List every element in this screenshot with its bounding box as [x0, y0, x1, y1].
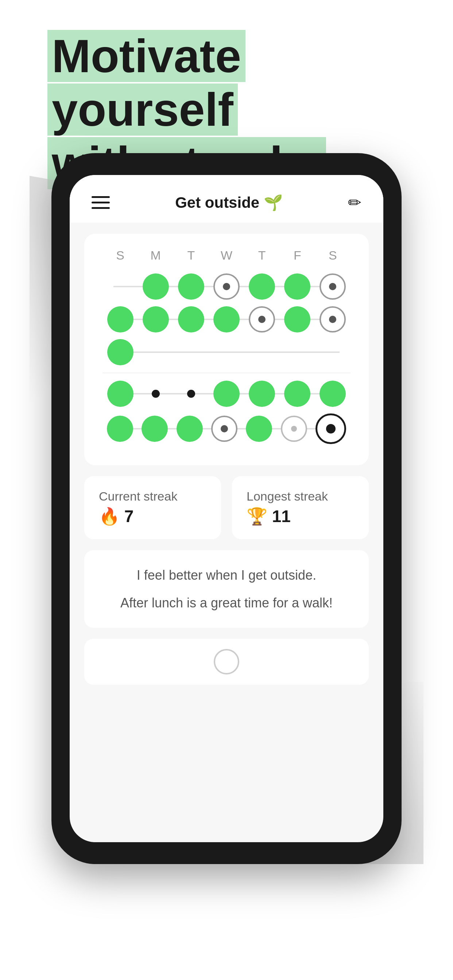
tracker-row-5 [102, 414, 351, 444]
dot-r4-f [284, 380, 310, 407]
toggle-circle[interactable] [214, 649, 239, 675]
dot-r2-s1 [107, 306, 134, 332]
dot-r3-t1 [178, 339, 204, 365]
phone-screen: Get outside 🌱 ✏ S M T W T F S [70, 175, 383, 842]
phone-device: Get outside 🌱 ✏ S M T W T F S [51, 153, 402, 864]
dot-r2-t2 [249, 306, 275, 332]
longest-streak-value: 🏆 11 [247, 506, 291, 526]
dot-r1-m [143, 274, 169, 300]
dot-r1-s2 [319, 274, 346, 300]
dot-r4-m [143, 380, 169, 407]
dot-r1-t1 [178, 274, 204, 300]
app-content: S M T W T F S [70, 223, 383, 842]
dot-r1-f [284, 274, 310, 300]
dot-r5-t2 [246, 415, 272, 442]
menu-line2 [91, 202, 110, 204]
menu-line3 [91, 207, 110, 209]
dot-r4-t2 [249, 380, 275, 407]
day-s2: S [316, 248, 349, 262]
hero-line2: yourself [48, 83, 238, 135]
dot-r5-s1 [107, 415, 133, 442]
day-t2: T [246, 248, 278, 262]
dot-r2-m [143, 306, 169, 332]
dot-r5-f [281, 415, 307, 442]
dot-r3-m [143, 339, 169, 365]
dot-r5-m [142, 415, 168, 442]
menu-button[interactable] [91, 196, 110, 209]
current-streak-card: Current streak 🔥 7 [84, 476, 221, 539]
dot-r4-s1 [107, 380, 134, 407]
dot-r4-s2 [319, 380, 346, 407]
longest-streak-label: Longest streak [247, 489, 328, 503]
dot-r3-f [284, 339, 310, 365]
current-streak-value: 🔥 7 [99, 506, 134, 526]
dot-r3-s1 [107, 339, 134, 365]
dot-r2-s2 [319, 306, 346, 332]
dot-r5-s2-current [316, 414, 346, 444]
toggle-bar[interactable] [84, 639, 369, 685]
menu-line1 [91, 196, 110, 198]
day-w: W [210, 248, 243, 262]
hero-line1: Motivate [48, 30, 246, 82]
dot-r3-s2 [319, 339, 346, 365]
dot-r1-s1 [107, 274, 134, 300]
dot-r2-w [214, 306, 239, 332]
dot-r5-w [211, 415, 238, 442]
dot-r2-f [284, 306, 310, 332]
dot-r1-t2 [249, 274, 275, 300]
tracker-row-3 [102, 339, 351, 365]
dot-r3-w [214, 339, 239, 365]
note-line1: I feel better when I get outside. [102, 565, 351, 586]
dot-r1-w [214, 274, 239, 300]
day-t1: T [175, 248, 207, 262]
dot-r4-w [214, 380, 239, 407]
tracker-row-1 [102, 274, 351, 300]
days-header: S M T W T F S [102, 248, 351, 262]
dot-r3-t2 [249, 339, 275, 365]
day-f: F [281, 248, 314, 262]
tracker-divider [102, 372, 351, 373]
dot-r5-t1 [177, 415, 203, 442]
phone-mockup: Get outside 🌱 ✏ S M T W T F S [51, 153, 402, 864]
app-title: Get outside 🌱 [175, 194, 283, 212]
dot-r2-t1 [178, 306, 204, 332]
note-line2: After lunch is a great time for a walk! [102, 592, 351, 614]
tracker-row-2 [102, 306, 351, 332]
current-streak-label: Current streak [99, 489, 177, 503]
streak-row: Current streak 🔥 7 Longest streak 🏆 11 [84, 476, 369, 539]
edit-button[interactable]: ✏ [348, 193, 362, 212]
app-header: Get outside 🌱 ✏ [70, 175, 383, 223]
tracker-card: S M T W T F S [84, 234, 369, 465]
tracker-row-4 [102, 380, 351, 407]
day-m: M [139, 248, 172, 262]
notes-card: I feel better when I get outside. After … [84, 550, 369, 628]
dot-r4-t1 [178, 380, 204, 407]
day-s1: S [104, 248, 137, 262]
longest-streak-card: Longest streak 🏆 11 [232, 476, 369, 539]
